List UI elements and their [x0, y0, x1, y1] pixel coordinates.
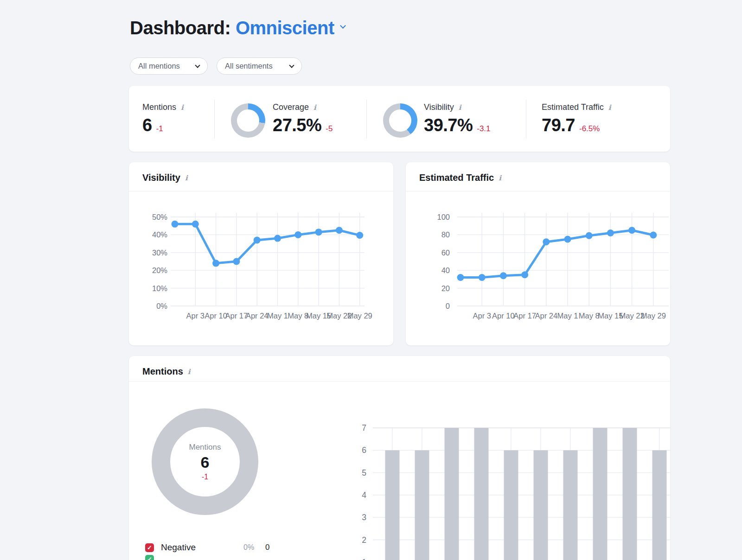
divider — [526, 100, 526, 139]
divider — [366, 100, 367, 139]
svg-text:May 8: May 8 — [288, 312, 308, 320]
svg-text:Apr 24: Apr 24 — [246, 312, 269, 320]
chevron-down-icon — [289, 63, 294, 68]
stat-value: 79.7 — [542, 115, 575, 135]
filter-mentions-dropdown[interactable]: All mentions — [130, 57, 208, 75]
svg-text:7: 7 — [362, 423, 366, 433]
stat-coverage: Coveragei 27.5%-5 — [273, 102, 333, 135]
svg-text:3: 3 — [362, 513, 366, 522]
info-icon[interactable]: i — [181, 103, 184, 112]
filter-sentiments-label: All sentiments — [225, 62, 273, 70]
svg-text:80: 80 — [441, 230, 450, 239]
svg-text:6: 6 — [362, 445, 366, 455]
stat-delta: -3.1 — [477, 124, 490, 134]
stat-label: Visibility — [424, 102, 454, 112]
negative-checkbox[interactable]: ✓ — [145, 543, 154, 552]
project-selector[interactable]: Omniscient — [236, 18, 345, 38]
legend-percent: 0% — [243, 543, 254, 552]
project-name[interactable]: Omniscient — [236, 18, 334, 38]
mentions-bar-chart: 7654321 — [352, 399, 670, 560]
estimated-traffic-line-chart: 100806040200Apr 3Apr 10Apr 17Apr 24May 1… — [414, 203, 670, 328]
stat-mentions: Mentionsi 6-1 — [142, 102, 184, 135]
stat-value: 6 — [142, 115, 152, 135]
svg-text:20%: 20% — [152, 266, 167, 274]
svg-text:Apr 10: Apr 10 — [492, 312, 515, 320]
svg-text:Apr 3: Apr 3 — [473, 312, 491, 320]
estimated-traffic-card: Estimated Traffici 100806040200Apr 3Apr … — [406, 162, 670, 345]
svg-text:0%: 0% — [156, 302, 167, 310]
svg-text:Apr 17: Apr 17 — [225, 312, 248, 320]
stat-label: Mentions — [142, 102, 176, 112]
svg-text:May 1: May 1 — [267, 312, 288, 320]
svg-text:May 29: May 29 — [347, 312, 372, 320]
info-icon[interactable]: i — [459, 103, 461, 112]
svg-text:Apr 24: Apr 24 — [535, 312, 557, 320]
stat-label: Estimated Traffic — [542, 102, 604, 112]
donut-center-label: Mentions — [189, 443, 221, 452]
svg-text:40%: 40% — [152, 230, 167, 239]
legend-count: 0 — [265, 543, 269, 552]
stat-value: 27.5% — [273, 115, 321, 135]
stat-delta: -6.5% — [579, 124, 600, 134]
svg-text:50%: 50% — [152, 213, 167, 221]
mentions-card: Mentionsi Mentions 6 -1 ✓ Negative 0% 0 … — [129, 356, 670, 560]
dashboard-screen: Dashboard: Omniscient All mentions All s… — [0, 0, 742, 560]
donut-center-delta: -1 — [202, 473, 208, 481]
stat-delta: -1 — [156, 124, 163, 134]
page-title-prefix: Dashboard: — [130, 18, 230, 38]
stat-delta: -5 — [326, 124, 333, 134]
divider — [214, 100, 215, 139]
card-title: Visibility — [142, 172, 180, 183]
stats-summary-card: Mentionsi 6-1 Coveragei 27.5%-5 Visibili… — [129, 86, 670, 152]
svg-text:4: 4 — [362, 490, 366, 500]
info-icon[interactable]: i — [185, 174, 188, 182]
stat-value: 39.7% — [424, 115, 473, 135]
legend-item-negative: ✓ Negative 0% 0 — [145, 542, 196, 553]
info-icon[interactable]: i — [313, 103, 316, 112]
coverage-donut-chart — [231, 103, 265, 138]
svg-text:0: 0 — [446, 302, 450, 310]
stat-estimated-traffic: Estimated Traffici 79.7-6.5% — [542, 102, 611, 135]
mentions-donut-chart: Mentions 6 -1 — [152, 408, 258, 515]
visibility-donut-chart — [383, 103, 417, 138]
svg-text:Apr 10: Apr 10 — [205, 312, 227, 320]
card-title: Estimated Traffic — [419, 172, 494, 183]
legend-label: Negative — [161, 542, 196, 553]
donut-center-value: 6 — [201, 453, 210, 471]
svg-text:1: 1 — [362, 558, 366, 560]
legend-item-clipped: ✓ — [145, 555, 161, 560]
info-icon[interactable]: i — [608, 103, 611, 112]
svg-text:30%: 30% — [152, 248, 167, 257]
svg-text:May 29: May 29 — [641, 312, 666, 320]
filter-mentions-label: All mentions — [138, 62, 180, 70]
svg-text:100: 100 — [437, 213, 450, 221]
page-title: Dashboard: Omniscient — [130, 18, 345, 38]
positive-checkbox[interactable]: ✓ — [145, 555, 154, 560]
svg-text:40: 40 — [441, 266, 450, 274]
svg-text:Apr 3: Apr 3 — [186, 312, 205, 320]
divider — [129, 381, 670, 382]
card-title: Mentions — [142, 366, 183, 377]
filter-sentiments-dropdown[interactable]: All sentiments — [217, 57, 302, 75]
visibility-line-chart: 50%40%30%20%10%0%Apr 3Apr 10Apr 17Apr 24… — [137, 203, 383, 328]
info-icon[interactable]: i — [499, 174, 501, 182]
svg-text:10%: 10% — [152, 284, 167, 293]
svg-text:5: 5 — [362, 468, 366, 477]
chevron-down-icon — [195, 63, 200, 68]
svg-text:May 8: May 8 — [579, 312, 600, 320]
svg-text:Apr 17: Apr 17 — [513, 312, 536, 320]
divider — [406, 191, 670, 191]
stat-visibility: Visibilityi 39.7%-3.1 — [424, 102, 491, 135]
divider — [129, 191, 393, 191]
chevron-down-icon — [340, 23, 346, 29]
svg-text:May 1: May 1 — [557, 312, 578, 320]
stat-label: Coverage — [273, 102, 309, 112]
svg-text:2: 2 — [362, 535, 366, 545]
visibility-card: Visibilityi 50%40%30%20%10%0%Apr 3Apr 10… — [129, 162, 393, 345]
svg-text:60: 60 — [441, 248, 450, 257]
svg-text:20: 20 — [441, 284, 450, 293]
info-icon[interactable]: i — [188, 368, 191, 376]
